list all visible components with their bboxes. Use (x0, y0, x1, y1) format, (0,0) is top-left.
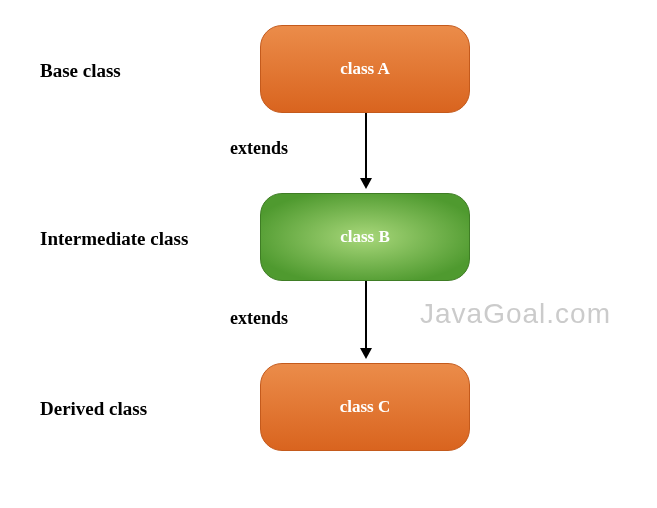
class-b-text: class B (340, 227, 390, 247)
extends-label-2: extends (230, 308, 288, 329)
class-c-text: class C (340, 397, 391, 417)
class-a-box: class A (260, 25, 470, 113)
derived-class-label: Derived class (40, 398, 147, 420)
class-b-box: class B (260, 193, 470, 281)
class-a-text: class A (340, 59, 390, 79)
base-class-label: Base class (40, 60, 121, 82)
arrow-head-1 (360, 178, 372, 189)
arrow-line-2 (365, 281, 367, 348)
arrow-line-1 (365, 113, 367, 178)
arrow-head-2 (360, 348, 372, 359)
extends-label-1: extends (230, 138, 288, 159)
class-c-box: class C (260, 363, 470, 451)
intermediate-class-label: Intermediate class (40, 228, 188, 250)
watermark: JavaGoal.com (420, 298, 611, 330)
